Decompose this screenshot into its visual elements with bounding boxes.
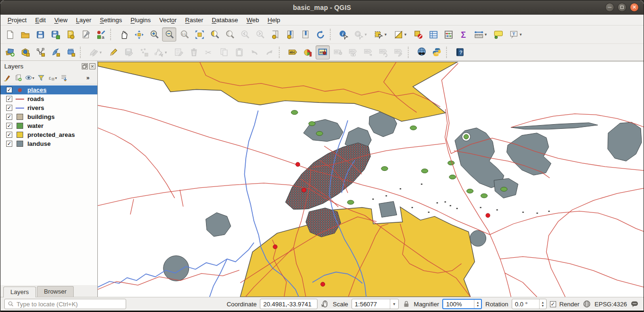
menu-layer[interactable]: Layer [72,16,96,25]
crs-globe-icon[interactable] [583,300,591,308]
lock-icon[interactable] [402,300,411,308]
locator-input[interactable] [17,301,123,308]
magnifier-spinbox[interactable]: 100% ▲▼ [442,299,482,309]
statistical-summary-button[interactable]: Σ [456,27,471,42]
select-by-form-dropdown-arrow[interactable]: ▾ [403,32,408,37]
layer-checkbox-protected_areas[interactable]: ✓ [6,132,12,138]
new-spatial-bookmark-button[interactable] [268,27,282,42]
layer-checkbox-buildings[interactable]: ✓ [6,114,12,120]
pan-map-button[interactable] [117,27,131,42]
python-console-button[interactable] [429,45,444,59]
save-project-button[interactable] [33,27,47,42]
run-feature-action-dropdown-arrow[interactable]: ▾ [363,32,368,37]
layer-checkbox-rivers[interactable]: ✓ [6,105,12,111]
crs-status[interactable]: EPSG:4326 [594,301,627,308]
menu-raster[interactable]: Raster [181,16,207,25]
menu-plugins[interactable]: Plugins [126,16,155,25]
zoom-full-button[interactable] [192,27,206,42]
measure-dropdown-arrow[interactable]: ▾ [483,32,488,37]
select-features-dropdown-arrow[interactable]: ▾ [383,32,388,37]
new-print-layout-button[interactable] [63,27,77,42]
help-button[interactable]: ? [453,45,467,59]
deselect-all-button[interactable] [411,27,425,42]
rotation-spinbox[interactable]: 0.0 ° ▲▼ [512,299,547,309]
menu-help[interactable]: Help [263,16,284,25]
layer-label-options-button[interactable]: ab [316,45,330,59]
layer-checkbox-landuse[interactable]: ✓ [6,141,12,147]
menu-edit[interactable]: Edit [31,16,50,25]
menu-web[interactable]: Web [242,16,264,25]
layer-item-roads[interactable]: ✓roads [0,94,97,103]
coordinate-field[interactable]: 20.4981,-33.9741 [260,299,318,309]
expand-collapse-all-button[interactable] [58,73,69,83]
layer-diagram-button[interactable] [301,45,315,59]
filter-by-expression-button[interactable]: ε▾ [47,73,58,83]
layer-item-protected_areas[interactable]: ✓protected_areas [0,130,97,139]
manage-map-themes-button[interactable]: ▾ [24,73,35,83]
show-layout-manager-button[interactable] [78,27,93,42]
magnifier-spin-arrows[interactable]: ▲▼ [474,300,481,308]
show-bookmarks-button[interactable] [298,27,312,42]
text-annotation-button[interactable]: T▾ [507,27,521,42]
zoom-to-layer-button[interactable] [207,27,222,42]
new-virtual-layer-button[interactable] [63,45,77,59]
select-by-form-button[interactable]: ▾ [391,27,405,42]
close-button[interactable]: ✕ [630,3,639,12]
vertex-tool-dropdown-arrow[interactable]: ▾ [163,50,168,55]
zoom-out-button[interactable] [162,27,176,42]
filter-legend-button[interactable] [35,73,47,83]
new-spatialite-layer-button[interactable] [48,45,62,59]
panel-float-button[interactable] [82,63,88,69]
mouse-tracking-icon[interactable] [321,300,329,308]
identify-features-button[interactable]: i [336,27,351,42]
layer-checkbox-roads[interactable]: ✓ [6,96,12,102]
layer-item-places[interactable]: ✓places [0,85,97,94]
menu-view[interactable]: View [50,16,72,25]
open-project-button[interactable] [18,27,32,42]
text-annotation-dropdown-arrow[interactable]: ▾ [518,32,523,37]
locator-box[interactable] [4,299,126,309]
filter-by-expression-dropdown-arrow[interactable]: ▾ [55,76,57,80]
minimize-button[interactable]: ─ [605,3,614,12]
toggle-editing-button[interactable] [106,45,120,59]
pan-to-selection-button[interactable] [132,27,146,42]
panel-close-button[interactable]: ✕ [89,63,95,69]
panel-overflow-button[interactable]: » [82,73,94,83]
render-checkbox[interactable]: ✓ [550,301,556,307]
new-shapefile-layer-button[interactable] [33,45,47,59]
menu-settings[interactable]: Settings [95,16,126,25]
menu-project[interactable]: Project [3,16,31,25]
save-project-as-button[interactable] [48,27,62,42]
zoom-in-button[interactable] [147,27,161,42]
maximize-button[interactable] [618,3,627,12]
messages-icon[interactable] [630,300,639,308]
zoom-to-selection-button[interactable] [223,27,237,42]
measure-button[interactable]: ▾ [472,27,486,42]
layer-item-rivers[interactable]: ✓rivers [0,103,97,112]
style-manager-button[interactable]: a [94,27,108,42]
panel-tab-layers[interactable]: Layers [3,287,36,297]
new-geopackage-layer-button[interactable] [18,45,32,59]
show-bookmark-manager-button[interactable] [283,27,297,42]
current-edits-dropdown-arrow[interactable]: ▾ [98,50,103,55]
map-tips-button[interactable] [491,27,506,42]
menu-database[interactable]: Database [207,16,242,25]
title-bar[interactable]: basic_map - QGIS ─ ✕ [0,0,644,15]
panel-tab-browser[interactable]: Browser [37,286,74,297]
field-calculator-button[interactable] [441,27,455,42]
data-source-manager-button[interactable] [3,45,17,59]
refresh-map-button[interactable] [313,27,327,42]
select-features-button[interactable]: ▾ [371,27,386,42]
open-layer-styling-button[interactable] [1,73,13,83]
rotation-spin-arrows[interactable]: ▲▼ [539,299,546,309]
metasearch-button[interactable] [414,45,429,59]
layer-checkbox-places[interactable]: ✓ [6,87,12,93]
layer-item-buildings[interactable]: ✓buildings [0,112,97,121]
menu-vector[interactable]: Vector [155,16,181,25]
scale-combo[interactable]: 1:56077 ▾ [352,299,399,309]
layer-item-landuse[interactable]: ✓landuse [0,139,97,148]
new-project-button[interactable] [3,27,17,42]
layer-item-water[interactable]: ✓water [0,121,97,130]
layer-checkbox-water[interactable]: ✓ [6,123,12,129]
manage-map-themes-dropdown-arrow[interactable]: ▾ [32,76,34,80]
